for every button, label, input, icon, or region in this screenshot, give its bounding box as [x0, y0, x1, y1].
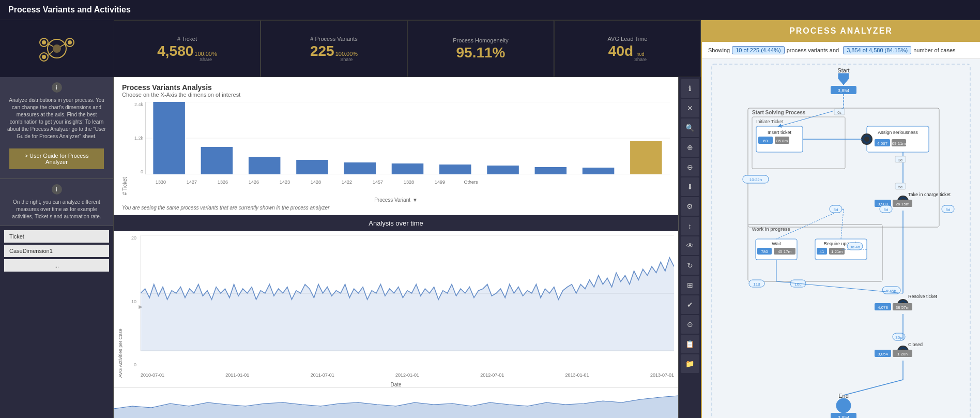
- tool-refresh[interactable]: ↻: [681, 256, 699, 275]
- tool-folder[interactable]: 📁: [681, 354, 699, 373]
- svg-point-5: [68, 40, 72, 44]
- svg-text:Start Solving Process: Start Solving Process: [752, 110, 806, 115]
- page-title: Process Variants and Activities: [8, 5, 972, 14]
- bar-1330: [153, 102, 185, 174]
- svg-text:69: 69: [763, 139, 768, 143]
- tool-expand[interactable]: ↕: [681, 217, 699, 235]
- y-axis-label: # Ticket: [122, 102, 128, 195]
- kpi-bar: # Ticket 4,580 100.00% Share # Process V…: [0, 20, 701, 77]
- tool-check[interactable]: ✔: [681, 295, 699, 314]
- svg-text:Resolve ticket: Resolve ticket: [908, 294, 938, 299]
- user-guide-button[interactable]: > User Guide for Process Analyzer: [9, 148, 104, 169]
- svg-point-3: [42, 40, 46, 44]
- time-y-label: AVG Activities per Case: [118, 235, 123, 378]
- start-node: Start 3,854: [831, 67, 856, 94]
- svg-text:11d: 11d: [753, 282, 760, 287]
- svg-text:1 21m: 1 21m: [831, 249, 843, 254]
- svg-line-106: [776, 209, 844, 239]
- app-header: Process Variants and Activities: [0, 0, 980, 20]
- bar-chart-svg: [145, 102, 670, 174]
- svg-text:Start: Start: [837, 67, 849, 73]
- tool-clipboard[interactable]: 📋: [681, 335, 699, 353]
- kpi-lead-time: AVG Lead Time 40d 40d Share: [554, 20, 701, 77]
- pa-info-bar: Showing 10 of 225 (4.44%) process varian…: [702, 42, 980, 59]
- tool-settings[interactable]: ⚙: [681, 197, 699, 216]
- svg-text:Work in progress: Work in progress: [752, 227, 790, 232]
- svg-text:3,854: 3,854: [838, 415, 850, 418]
- svg-text:85 8m: 85 8m: [776, 139, 788, 143]
- bar-others: [630, 141, 662, 174]
- bar-1428: [392, 163, 424, 174]
- svg-text:5d: 5d: [834, 207, 838, 212]
- svg-line-107: [841, 209, 844, 239]
- bar-1427: [201, 147, 233, 174]
- tool-eye[interactable]: 👁: [681, 236, 699, 255]
- svg-point-1: [53, 44, 61, 53]
- tool-target[interactable]: ⊙: [681, 315, 699, 334]
- svg-text:30p: 30p: [895, 335, 902, 340]
- logo-area: [0, 20, 114, 77]
- filter-case-dimension[interactable]: CaseDimension1: [4, 245, 109, 257]
- tool-grid[interactable]: ⊞: [681, 276, 699, 294]
- svg-text:5d: 5d: [946, 207, 951, 212]
- svg-text:Closed: Closed: [908, 342, 923, 347]
- svg-point-7: [42, 55, 46, 59]
- svg-text:5d: 5d: [884, 207, 889, 212]
- time-chart-title: Analysis over time: [114, 215, 678, 231]
- bar-1499: [583, 168, 615, 174]
- x-axis-label: Process Variant ▼: [122, 197, 670, 203]
- bar-1457: [487, 166, 519, 174]
- dropdown-icon[interactable]: ▼: [412, 197, 418, 203]
- filter-ticket[interactable]: Ticket: [4, 230, 109, 243]
- svg-text:10:22h: 10:22h: [749, 177, 762, 182]
- tool-download[interactable]: ⬇: [681, 177, 699, 196]
- pa-title: PROCESS ANALYZER: [702, 20, 980, 42]
- svg-text:0s: 0s: [837, 111, 841, 114]
- svg-text:4,067: 4,067: [877, 141, 888, 146]
- bar-1423: [344, 162, 376, 174]
- filter-more-button[interactable]: ...: [4, 259, 109, 272]
- kpi-variants: # Process Variants 225 100.00% Share: [261, 20, 407, 77]
- svg-text:End: End: [838, 393, 849, 399]
- svg-marker-19: [141, 258, 674, 351]
- svg-text:41: 41: [820, 249, 824, 254]
- svg-text:Insert ticket: Insert ticket: [768, 130, 792, 135]
- tool-close[interactable]: ✕: [681, 99, 699, 117]
- charts-area: Process Variants Analysis Choose on the …: [114, 77, 678, 418]
- process-flow-svg: Start 3,854 Start Solving Process Initia…: [707, 59, 975, 418]
- svg-text:Initiate Ticket: Initiate Ticket: [756, 119, 784, 124]
- variants-chart-section: Process Variants Analysis Choose on the …: [114, 77, 678, 215]
- x-axis-date-label: Date: [114, 382, 678, 387]
- bar-1328: [535, 167, 567, 174]
- svg-point-41: [864, 137, 869, 142]
- tool-zoom-out[interactable]: ⊖: [681, 158, 699, 176]
- svg-text:4,078: 4,078: [878, 305, 889, 310]
- svg-text:26 15m: 26 15m: [896, 202, 910, 206]
- tool-info[interactable]: ℹ: [681, 79, 699, 98]
- svg-text:Take in charge ticket: Take in charge ticket: [908, 192, 951, 197]
- svg-line-105: [844, 380, 903, 395]
- process-analyzer-panel: PROCESS ANALYZER Showing 10 of 225 (4.44…: [701, 20, 980, 418]
- tool-zoom-in[interactable]: ⊕: [681, 138, 699, 157]
- tool-search[interactable]: 🔍: [681, 118, 699, 137]
- time-chart-svg: [141, 235, 674, 351]
- bar-1426: [296, 160, 328, 174]
- svg-text:Assign seriousness: Assign seriousness: [878, 130, 918, 135]
- kpi-ticket: # Ticket 4,580 100.00% Share: [114, 20, 261, 77]
- info-icon-1: i: [52, 82, 62, 93]
- svg-text:1 20h: 1 20h: [897, 352, 908, 356]
- pa-variants-badge: 10 of 225 (4.44%): [732, 46, 784, 54]
- svg-text:3d 4d: 3d 4d: [850, 245, 860, 249]
- kpi-homogeneity: Process Homogeneity 95.11%: [407, 20, 554, 77]
- svg-marker-20: [114, 396, 678, 418]
- svg-text:16d: 16d: [794, 282, 801, 287]
- left-panel: i Analyze distributions in your process.…: [0, 77, 114, 418]
- right-toolbar: ℹ ✕ 🔍 ⊕ ⊖ ⬇ ⚙ ↕ 👁 ↻ ⊞ ✔ ⊙ 📋 📁: [678, 77, 701, 418]
- pa-diagram[interactable]: Start 3,854 Start Solving Process Initia…: [702, 59, 980, 418]
- svg-text:780: 780: [761, 249, 768, 254]
- app-logo-icon: [34, 32, 80, 66]
- svg-text:38 57m: 38 57m: [896, 305, 910, 310]
- bar-1422: [439, 165, 471, 174]
- pa-cases-badge: 3,854 of 4,580 (84.15%): [843, 46, 911, 54]
- svg-point-99: [836, 398, 851, 413]
